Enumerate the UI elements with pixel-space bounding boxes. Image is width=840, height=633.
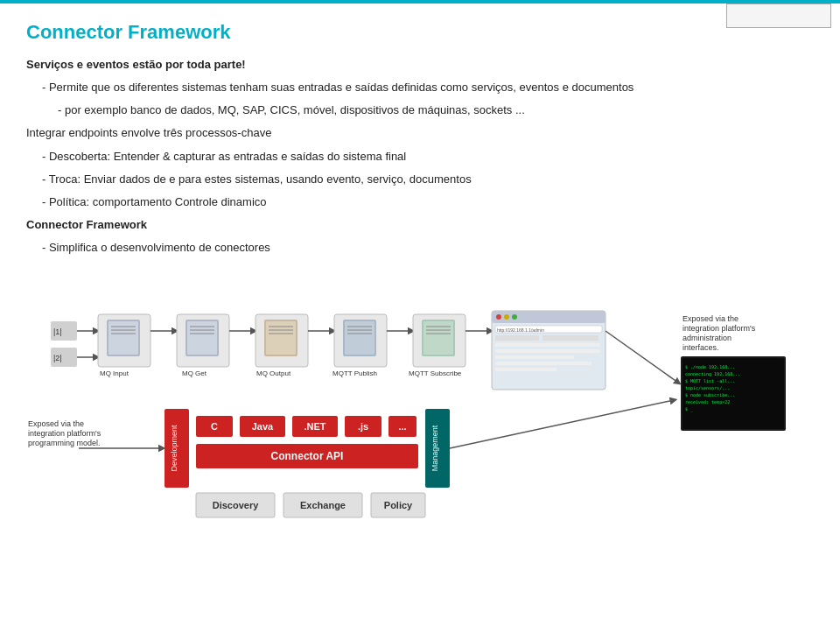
- bullet5-text: - Simplifica o desenvolvimento de conect…: [26, 239, 814, 257]
- sub-bullet1-text: - por exemplo banco de dados, MQ, SAP, C…: [26, 102, 814, 119]
- svg-rect-75: [495, 368, 556, 371]
- bullet4-text: - Política: comportamento Controle dinam…: [26, 193, 814, 211]
- svg-point-65: [504, 314, 509, 320]
- svg-text:MQTT Subscribe: MQTT Subscribe: [409, 369, 462, 377]
- svg-text:MQ Get: MQ Get: [182, 369, 207, 377]
- svg-rect-70: [542, 335, 598, 341]
- svg-text:Management: Management: [430, 426, 439, 472]
- svg-text:programming model.: programming model.: [28, 439, 101, 447]
- svg-text:|2|: |2|: [53, 354, 62, 362]
- svg-text:topic/sensors/...: topic/sensors/...: [685, 385, 730, 391]
- svg-text:$ ./node 192.168...: $ ./node 192.168...: [685, 364, 735, 369]
- svg-text:|1|: |1|: [53, 327, 62, 336]
- top-bar: [726, 4, 831, 28]
- svg-text:Exposed via the: Exposed via the: [28, 419, 84, 428]
- svg-rect-74: [495, 362, 592, 365]
- svg-rect-72: [495, 349, 600, 353]
- svg-text:interfaces.: interfaces.: [682, 343, 719, 352]
- svg-text:...: ...: [398, 421, 406, 432]
- svg-text:$ MQTT list -all...: $ MQTT list -all...: [685, 378, 735, 383]
- svg-text:MQ Output: MQ Output: [256, 369, 291, 377]
- svg-text:http://192.168.1.1/admin: http://192.168.1.1/admin: [497, 327, 544, 333]
- svg-point-66: [512, 314, 517, 320]
- svg-rect-69: [495, 335, 539, 341]
- line3-text: Connector Framework: [26, 216, 814, 234]
- page-title: Connector Framework: [26, 21, 814, 44]
- svg-text:connecting 192.168...: connecting 192.168...: [685, 371, 740, 377]
- bullet3-text: - Troca: Enviar dados de e para estes si…: [26, 171, 814, 188]
- bullet2-text: - Descoberta: Entender & capturar as ent…: [26, 148, 814, 165]
- svg-text:Java: Java: [252, 421, 274, 432]
- svg-text:Development: Development: [170, 425, 178, 472]
- svg-text:Exposed via the: Exposed via the: [682, 314, 738, 323]
- svg-text:Discovery: Discovery: [213, 500, 259, 510]
- svg-text:$ _: $ _: [685, 406, 694, 412]
- intro-text: Serviços e eventos estão por toda parte!: [26, 58, 246, 71]
- svg-text:MQ Input: MQ Input: [100, 369, 130, 377]
- svg-text:integration platform's: integration platform's: [28, 429, 102, 438]
- body-intro: Serviços e eventos estão por toda parte!: [26, 56, 814, 74]
- svg-text:Exchange: Exchange: [300, 500, 346, 510]
- svg-rect-73: [495, 355, 574, 359]
- svg-text:.js: .js: [358, 421, 368, 432]
- svg-text:Connector API: Connector API: [271, 450, 344, 462]
- svg-text:MQTT Publish: MQTT Publish: [332, 369, 377, 377]
- bullet1-text: - Permite que os diferentes sistemas ten…: [26, 79, 814, 96]
- svg-text:$ node subscribe...: $ node subscribe...: [685, 392, 735, 397]
- svg-text:received: temp=22: received: temp=22: [685, 399, 730, 405]
- diagram-area: Exposed via the integration platform's p…: [26, 269, 831, 540]
- svg-text:C: C: [211, 421, 218, 432]
- content-area: Connector Framework Serviços e eventos e…: [0, 4, 840, 549]
- svg-text:.NET: .NET: [304, 421, 326, 432]
- svg-point-64: [496, 314, 501, 320]
- diagram-svg: Exposed via the integration platform's p…: [26, 269, 831, 540]
- svg-text:Policy: Policy: [384, 500, 413, 510]
- svg-line-76: [606, 331, 678, 383]
- line2-text: Integrar endpoints envolve três processo…: [26, 124, 814, 142]
- svg-line-100: [450, 400, 674, 448]
- svg-text:integration platform's: integration platform's: [682, 324, 756, 333]
- svg-rect-71: [495, 343, 600, 347]
- svg-text:administration: administration: [682, 334, 732, 342]
- page-wrapper: Connector Framework Serviços e eventos e…: [0, 0, 840, 633]
